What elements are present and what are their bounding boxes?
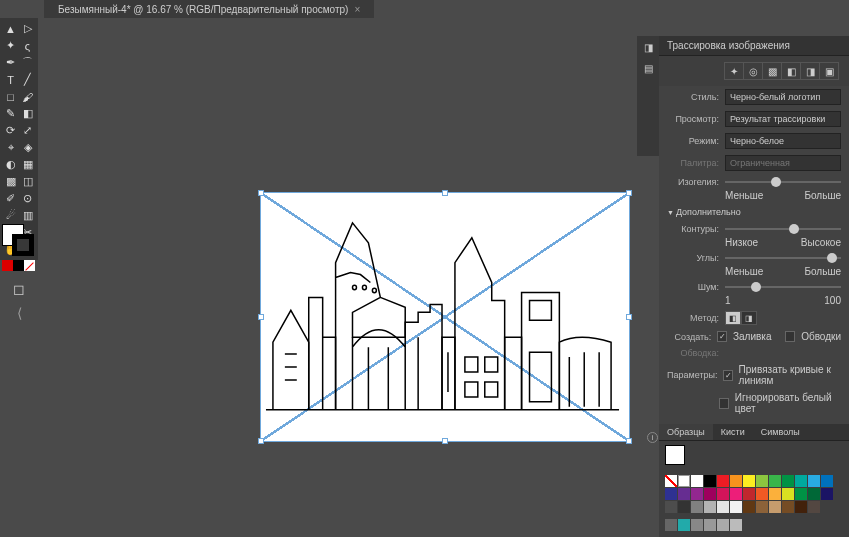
swatch[interactable]	[782, 475, 794, 487]
swatch[interactable]	[691, 501, 703, 513]
type-tool[interactable]: T	[2, 71, 19, 88]
rectangle-tool[interactable]: □	[2, 88, 19, 105]
document-tab[interactable]: Безымянный-4* @ 16.67 % (RGB/Предварител…	[52, 0, 366, 18]
tab-brushes[interactable]: Кисти	[713, 424, 753, 440]
preview-select[interactable]: Результат трассировки	[725, 111, 841, 127]
tab-swatches[interactable]: Образцы	[659, 424, 713, 440]
method-abutting[interactable]: ◧	[725, 311, 741, 325]
preset-bw-icon[interactable]: ◨	[800, 62, 820, 80]
symbol-sprayer-tool[interactable]: ☄	[2, 207, 19, 224]
scale-tool[interactable]: ⤢	[19, 122, 36, 139]
preset-auto-icon[interactable]: ✦	[724, 62, 744, 80]
swatch[interactable]	[769, 501, 781, 513]
current-swatch[interactable]	[665, 445, 685, 465]
transform-handle[interactable]	[442, 438, 448, 444]
transform-handle[interactable]	[258, 314, 264, 320]
swatch[interactable]	[743, 475, 755, 487]
transform-handle[interactable]	[258, 438, 264, 444]
swatch[interactable]	[678, 519, 690, 531]
direct-selection-tool[interactable]: ▷	[19, 20, 36, 37]
swatch[interactable]	[665, 488, 677, 500]
swatch[interactable]	[678, 488, 690, 500]
swatch[interactable]	[717, 519, 729, 531]
rotate-tool[interactable]: ⟳	[2, 122, 19, 139]
transform-handle[interactable]	[626, 314, 632, 320]
transform-handle[interactable]	[626, 438, 632, 444]
swatch[interactable]	[691, 519, 703, 531]
gradient-tool[interactable]: ◫	[19, 173, 36, 190]
preset-photo-icon[interactable]: ◎	[743, 62, 763, 80]
pen-tool[interactable]: ✒	[2, 54, 19, 71]
noise-slider[interactable]	[725, 286, 841, 288]
fills-checkbox[interactable]	[717, 331, 727, 342]
transform-handle[interactable]	[442, 190, 448, 196]
line-tool[interactable]: ╱	[19, 71, 36, 88]
swatch[interactable]	[691, 488, 703, 500]
snap-checkbox[interactable]	[723, 370, 732, 381]
props-icon[interactable]: ▤	[644, 63, 653, 74]
paths-slider[interactable]	[725, 228, 841, 230]
swatch[interactable]	[704, 501, 716, 513]
swatch-none[interactable]	[665, 475, 677, 487]
swatch[interactable]	[730, 501, 742, 513]
color-mode[interactable]	[2, 260, 13, 271]
blend-tool[interactable]: ⊙	[19, 190, 36, 207]
magic-wand-tool[interactable]: ✦	[2, 37, 19, 54]
brush-tool[interactable]: 🖌	[19, 88, 36, 105]
swatch[interactable]	[808, 475, 820, 487]
transform-handle[interactable]	[626, 190, 632, 196]
swatch[interactable]	[665, 519, 677, 531]
swatch[interactable]	[756, 501, 768, 513]
swatch[interactable]	[743, 501, 755, 513]
none-mode[interactable]	[24, 260, 35, 271]
screen-mode[interactable]: ⟨	[4, 302, 34, 324]
close-icon[interactable]: ×	[354, 4, 360, 15]
preset-low-icon[interactable]: ▩	[762, 62, 782, 80]
swatch[interactable]	[795, 501, 807, 513]
swatch[interactable]	[704, 475, 716, 487]
perspective-tool[interactable]: ▦	[19, 156, 36, 173]
eraser-tool[interactable]: ◧	[19, 105, 36, 122]
swatch[interactable]	[717, 501, 729, 513]
swatch[interactable]	[717, 488, 729, 500]
swatch[interactable]	[691, 475, 703, 487]
fill-stroke-control[interactable]	[2, 224, 34, 256]
shaper-tool[interactable]: ✎	[2, 105, 19, 122]
preset-outline-icon[interactable]: ▣	[819, 62, 839, 80]
panel-collapse-strip[interactable]: ◨ ▤	[637, 36, 659, 156]
stroke-color[interactable]	[12, 234, 34, 256]
layers-icon[interactable]: ◨	[644, 42, 653, 53]
swatch[interactable]	[769, 475, 781, 487]
mode-select[interactable]: Черно-белое	[725, 133, 841, 149]
eyedropper-tool[interactable]: ✐	[2, 190, 19, 207]
swatch[interactable]	[782, 488, 794, 500]
strokes-checkbox[interactable]	[785, 331, 795, 342]
swatch[interactable]	[821, 488, 833, 500]
transform-handle[interactable]	[258, 190, 264, 196]
lasso-tool[interactable]: ς	[19, 37, 36, 54]
swatch[interactable]	[756, 488, 768, 500]
swatch[interactable]	[782, 501, 794, 513]
selection-tool[interactable]: ▲	[2, 20, 19, 37]
swatch[interactable]	[730, 475, 742, 487]
corners-slider[interactable]	[725, 257, 841, 259]
swatch-registration[interactable]	[678, 475, 690, 487]
method-overlap[interactable]: ◨	[741, 311, 757, 325]
swatch[interactable]	[795, 475, 807, 487]
ignore-white-checkbox[interactable]	[719, 398, 729, 409]
swatch[interactable]	[717, 475, 729, 487]
curvature-tool[interactable]: ⌒	[19, 54, 36, 71]
swatch[interactable]	[730, 519, 742, 531]
swatch[interactable]	[704, 488, 716, 500]
threshold-slider[interactable]	[725, 181, 841, 183]
swatch[interactable]	[769, 488, 781, 500]
swatch[interactable]	[756, 475, 768, 487]
canvas-artwork[interactable]	[260, 192, 630, 442]
advanced-toggle[interactable]: Дополнительно	[659, 203, 849, 221]
swatch[interactable]	[808, 488, 820, 500]
swatch[interactable]	[808, 501, 820, 513]
swatch[interactable]	[704, 519, 716, 531]
gradient-mode[interactable]	[13, 260, 24, 271]
tab-symbols[interactable]: Символы	[753, 424, 808, 440]
shape-builder-tool[interactable]: ◐	[2, 156, 19, 173]
